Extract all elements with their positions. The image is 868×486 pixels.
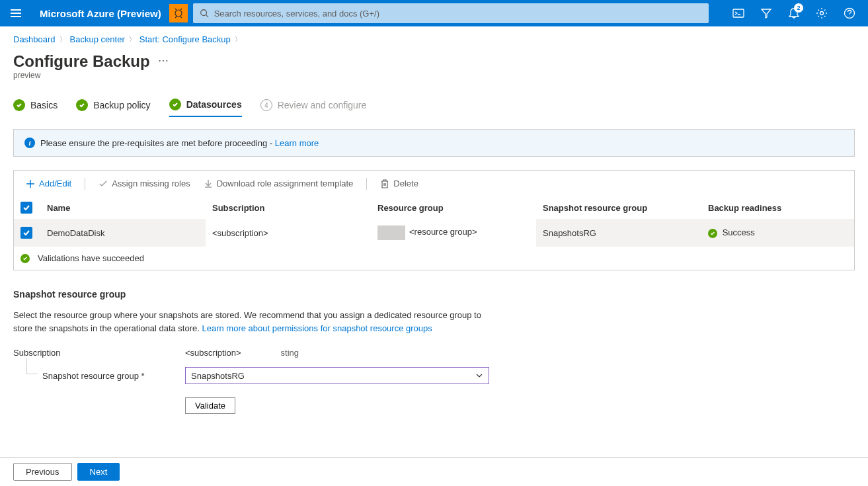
info-banner: i Please ensure the pre-requisites are m… <box>13 129 855 157</box>
trash-icon <box>380 179 389 188</box>
cell-resource-group: <resource group> <box>371 219 536 247</box>
help-icon[interactable] <box>836 0 863 26</box>
hamburger-menu[interactable] <box>0 0 32 26</box>
cell-readiness: Success <box>701 219 854 247</box>
success-icon <box>20 254 30 263</box>
cell-snapshot-rg: SnapshotsRG <box>536 219 701 247</box>
info-banner-message: Please ensure the pre-requisites are met… <box>40 138 275 148</box>
divider <box>85 178 85 190</box>
subscription-label: Subscription <box>13 348 185 358</box>
col-resource-group[interactable]: Resource group <box>371 196 536 219</box>
desc-link[interactable]: Learn more about permissions for snapsho… <box>202 323 432 333</box>
snapshot-rg-row: Snapshot resource group * SnapshotsRG <box>13 367 855 384</box>
validate-button[interactable]: Validate <box>185 397 235 414</box>
download-template-button[interactable]: Download role assignment template <box>198 176 359 191</box>
info-icon: i <box>24 138 35 148</box>
page-subtitle: preview <box>13 71 855 80</box>
directory-filter-icon[interactable] <box>753 0 779 26</box>
col-backup-readiness[interactable]: Backup readiness <box>701 196 854 219</box>
breadcrumb-dashboard[interactable]: Dashboard <box>13 34 56 44</box>
download-icon <box>204 179 213 188</box>
checkmark-icon <box>99 179 108 188</box>
delete-label: Delete <box>393 179 418 188</box>
svg-rect-2 <box>733 9 744 17</box>
success-icon <box>708 229 717 238</box>
step-basics[interactable]: Basics <box>13 99 58 116</box>
add-edit-button[interactable]: Add/Edit <box>20 176 77 191</box>
plus-icon <box>26 179 35 188</box>
top-header: Microsoft Azure (Preview) 2 <box>0 0 868 26</box>
readiness-value: Success <box>723 227 755 237</box>
snapshot-rg-select[interactable]: SnapshotsRG <box>185 367 489 384</box>
divider <box>366 178 367 190</box>
table-header-row: Name Subscription Resource group Snapsho… <box>14 196 854 219</box>
more-actions-icon[interactable]: ⋯ <box>158 54 169 69</box>
check-icon <box>76 99 88 111</box>
search-box[interactable] <box>193 3 709 23</box>
step-review-configure[interactable]: 4 Review and configure <box>260 99 367 116</box>
add-edit-label: Add/Edit <box>39 179 71 188</box>
table-row[interactable]: DemoDataDisk <subscription> <resource gr… <box>14 219 854 247</box>
settings-icon[interactable] <box>809 0 835 26</box>
svg-point-1 <box>200 10 206 16</box>
breadcrumb-backup-center[interactable]: Backup center <box>70 34 125 44</box>
col-name[interactable]: Name <box>40 196 206 219</box>
download-label: Download role assignment template <box>217 179 354 188</box>
subscription-row: Subscription <subscription> sting <box>13 348 855 358</box>
select-all-checkbox[interactable] <box>20 202 32 214</box>
search-icon <box>200 9 209 18</box>
step-label: Backup policy <box>93 100 150 110</box>
cloud-shell-icon[interactable] <box>725 0 752 26</box>
svg-point-0 <box>175 10 182 17</box>
svg-point-3 <box>820 12 824 15</box>
step-label: Review and configure <box>278 100 367 110</box>
cell-rg-value: <resource group> <box>409 227 477 237</box>
chevron-down-icon <box>475 372 483 380</box>
col-snapshot-rg[interactable]: Snapshot resource group <box>536 196 701 219</box>
snapshot-rg-selected-value: SnapshotsRG <box>191 371 245 381</box>
chevron-right-icon: 〉 <box>235 35 241 44</box>
assign-roles-button[interactable]: Assign missing roles <box>93 176 196 191</box>
snapshot-rg-label: Snapshot resource group * <box>13 371 185 381</box>
select-all-cell <box>14 196 40 219</box>
wizard-steps: Basics Backup policy Datasources 4 Revie… <box>13 99 855 117</box>
cell-name: DemoDataDisk <box>40 219 206 247</box>
page-title: Configure Backup <box>13 52 150 71</box>
breadcrumb-configure-backup[interactable]: Start: Configure Backup <box>139 34 231 44</box>
datasources-table: Name Subscription Resource group Snapsho… <box>14 196 854 247</box>
chevron-right-icon: 〉 <box>129 35 136 44</box>
step-label: Basics <box>30 100 58 110</box>
header-icons: 2 <box>725 0 868 26</box>
preview-badge-icon[interactable] <box>169 4 188 22</box>
step-number-icon: 4 <box>260 99 272 111</box>
col-subscription[interactable]: Subscription <box>206 196 371 219</box>
snapshot-section-desc: Select the resource group where your sna… <box>13 309 489 335</box>
subscription-trail: sting <box>241 348 299 358</box>
validation-message: Validations have succeeded <box>38 253 144 263</box>
check-icon <box>169 99 181 110</box>
main-content: Dashboard 〉 Backup center 〉 Start: Confi… <box>0 26 868 454</box>
snapshot-section-heading: Snapshot resource group <box>13 289 855 300</box>
row-select-cell <box>14 219 40 247</box>
page-title-row: Configure Backup ⋯ <box>13 52 855 71</box>
notification-badge: 2 <box>794 3 803 13</box>
subscription-value: <subscription> <box>185 348 241 358</box>
assign-roles-label: Assign missing roles <box>112 179 190 188</box>
delete-button[interactable]: Delete <box>375 176 424 191</box>
validation-status: Validations have succeeded <box>13 247 855 270</box>
redacted-block <box>377 225 405 240</box>
notifications-icon[interactable]: 2 <box>781 0 807 26</box>
step-backup-policy[interactable]: Backup policy <box>76 99 150 116</box>
datasources-table-container: Add/Edit Assign missing roles Download r… <box>13 170 855 247</box>
chevron-right-icon: 〉 <box>59 35 66 44</box>
row-checkbox[interactable] <box>20 227 32 239</box>
cell-subscription: <subscription> <box>206 219 371 247</box>
step-datasources[interactable]: Datasources <box>169 99 242 117</box>
info-banner-link[interactable]: Learn more <box>275 138 319 148</box>
search-input[interactable] <box>214 9 702 19</box>
check-icon <box>13 99 25 111</box>
brand-label: Microsoft Azure (Preview) <box>32 8 169 19</box>
info-banner-text: Please ensure the pre-requisites are met… <box>40 138 319 148</box>
table-toolbar: Add/Edit Assign missing roles Download r… <box>14 171 854 196</box>
step-label: Datasources <box>186 99 242 110</box>
